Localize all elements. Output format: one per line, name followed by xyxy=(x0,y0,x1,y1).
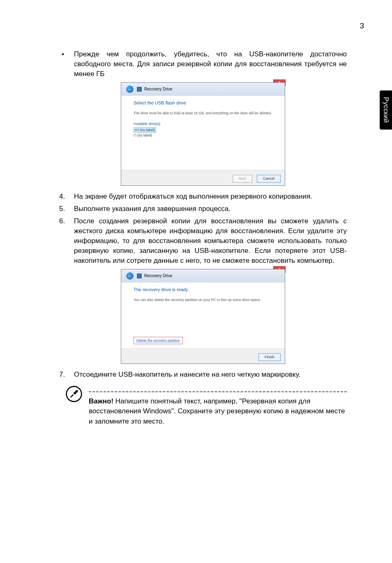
bullet-text: Прежде чем продолжить, убедитесь, что на… xyxy=(74,49,347,79)
svg-line-1 xyxy=(71,395,73,397)
numbered-list-2: 7. Отсоедините USB-накопитель и нанесите… xyxy=(59,370,347,380)
back-icon[interactable]: ← xyxy=(126,86,134,93)
page-number: 3 xyxy=(360,21,364,30)
item-4-text: На экране будет отображаться ход выполне… xyxy=(74,192,347,202)
num-marker-6: 6. xyxy=(59,216,74,266)
dialog-footer: Next Cancel xyxy=(121,170,285,185)
item-5-text: Выполните указания для завершения процес… xyxy=(74,204,347,214)
list-item: 5. Выполните указания для завершения про… xyxy=(59,204,347,214)
dialog-body: Select the USB flash drive The drive mus… xyxy=(121,96,285,170)
note-body: Важно! Напишите понятный текст, например… xyxy=(89,385,347,426)
svg-point-2 xyxy=(76,390,78,392)
cancel-button[interactable]: Cancel xyxy=(257,175,281,183)
screenshot-2-wrap: x ← Recovery Drive The recovery drive is… xyxy=(59,269,347,364)
list-item: 7. Отсоедините USB-накопитель и нанесите… xyxy=(59,370,347,380)
recovery-drive-dialog-ready: x ← Recovery Drive The recovery drive is… xyxy=(121,269,285,364)
dialog-body: The recovery drive is ready You can also… xyxy=(121,283,285,348)
note-rest: Напишите понятный текст, например, "Резе… xyxy=(89,397,345,425)
note-icon-column xyxy=(59,385,89,426)
num-marker-7: 7. xyxy=(59,370,74,380)
pin-icon xyxy=(65,385,83,403)
note-divider xyxy=(89,391,347,392)
numbered-list: 4. На экране будет отображаться ход выпо… xyxy=(59,192,347,266)
list-item: 4. На экране будет отображаться ход выпо… xyxy=(59,192,347,202)
dialog-title: Recovery Drive xyxy=(144,86,172,92)
dialog-titlebar: ← Recovery Drive xyxy=(121,269,285,283)
dialog-titlebar: ← Recovery Drive xyxy=(121,83,285,96)
next-button[interactable]: Next xyxy=(233,175,253,183)
bullet-item: • Прежде чем продолжить, убедитесь, что … xyxy=(59,49,347,79)
page-content: • Прежде чем продолжить, убедитесь, что … xyxy=(59,49,347,426)
item-7-text: Отсоедините USB-накопитель и нанесите на… xyxy=(74,370,347,380)
delete-partition-link[interactable]: Delete the recovery partition xyxy=(134,337,183,344)
dialog-description: The drive must be able to hold at least … xyxy=(134,111,276,116)
back-icon[interactable]: ← xyxy=(126,272,134,280)
dialog-description: You can also delete the recovery partiti… xyxy=(134,297,276,302)
dialog-footer: Finish xyxy=(121,348,285,364)
recovery-drive-dialog-select: x ← Recovery Drive Select the USB flash … xyxy=(121,82,285,185)
finish-button[interactable]: Finish xyxy=(258,353,281,361)
available-drives-label: Available drive(s) xyxy=(134,121,276,126)
dialog-heading: Select the USB flash drive xyxy=(134,100,276,107)
num-marker-5: 5. xyxy=(59,204,74,214)
drive-option-h[interactable]: H:\ (no label) xyxy=(134,127,156,133)
important-note: Важно! Напишите понятный текст, например… xyxy=(59,385,347,426)
drive-list: H:\ (no label) I:\ (no label) xyxy=(134,127,276,138)
drive-icon xyxy=(137,273,142,278)
num-marker-4: 4. xyxy=(59,192,74,202)
screenshot-1-wrap: x ← Recovery Drive Select the USB flash … xyxy=(59,82,347,185)
drive-icon xyxy=(137,87,142,92)
language-tab: Русский xyxy=(380,90,392,130)
note-text: Важно! Напишите понятный текст, например… xyxy=(89,396,347,426)
dialog-heading: The recovery drive is ready xyxy=(134,287,276,293)
dialog-title: Recovery Drive xyxy=(144,273,172,279)
bullet-marker: • xyxy=(59,49,74,79)
drive-option-i[interactable]: I:\ (no label) xyxy=(134,133,276,138)
list-item: 6. После создания резервной копии для во… xyxy=(59,216,347,266)
note-strong: Важно! xyxy=(89,397,113,405)
item-6-text: После создания резервной копии для восст… xyxy=(74,216,347,266)
